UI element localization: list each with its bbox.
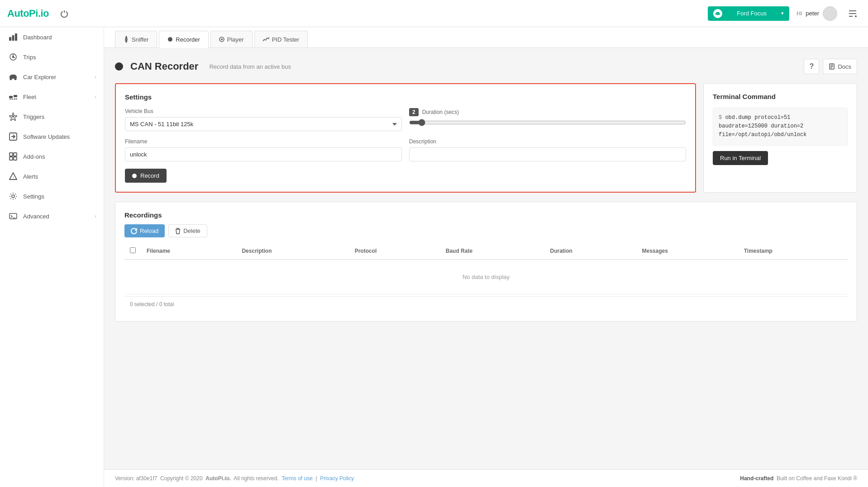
chevron-right-icon: › [95,74,96,80]
sidebar-item-trips[interactable]: Trips [0,47,104,67]
tab-player-label: Player [227,36,244,43]
reload-button[interactable]: Reload [124,224,165,237]
docs-label: Docs [838,63,851,70]
footer: Version: af30e1f7 Copyright © 2020 AutoP… [104,469,868,487]
empty-row: No data to display [124,260,848,294]
sidebar: Dashboard Trips Car Explorer › [0,27,104,487]
description-label: Description [409,138,686,145]
svg-rect-23 [14,157,17,160]
tab-sniffer-label: Sniffer [132,36,148,43]
username: peter [806,10,819,17]
sidebar-item-triggers[interactable]: Triggers [0,107,104,127]
svg-rect-5 [12,35,14,41]
sidebar-item-label: Alerts [23,173,38,180]
sidebar-item-software-updates[interactable]: Software Updates [0,127,104,147]
svg-point-2 [719,14,720,16]
svg-point-16 [14,99,15,100]
footer-privacy[interactable]: Privacy Policy [320,475,354,482]
topbar-left: AutoPi.io [7,5,72,22]
svg-point-3 [855,15,857,17]
terminal-title: Terminal Command [713,93,848,100]
sidebar-item-fleet[interactable]: Fleet › [0,87,104,107]
empty-message: No data to display [124,260,848,294]
svg-point-11 [14,79,17,80]
vehicle-icon [713,9,722,18]
avatar [823,6,837,21]
record-button[interactable]: Record [125,169,167,183]
col-messages: Messages [637,243,739,260]
triggers-icon [9,112,18,121]
vehicle-bus-select[interactable]: MS CAN - 51 11bit 125k HS CAN - 52 11bit… [125,117,402,131]
footer-separator: | [316,475,317,482]
vehicle-name: Ford Focus [737,10,767,17]
help-button[interactable]: ? [804,59,819,74]
select-all-checkbox[interactable] [130,247,136,253]
tabs-bar: Sniffer Recorder Player PID Tester [104,27,868,48]
svg-rect-12 [9,96,13,98]
footer-rights: All rights reserved. [234,475,278,482]
filename-group: Filename [125,138,402,161]
svg-rect-6 [15,33,17,41]
settings-icon [9,192,18,201]
menu-icon[interactable] [844,5,861,22]
table-wrapper: Filename Description Protocol Baud Rate … [124,243,848,294]
duration-group: 2 Duration (secs) [409,108,686,131]
sidebar-item-label: Fleet [23,94,36,100]
svg-text:!: ! [13,176,14,179]
svg-point-14 [10,99,11,100]
content-area: Sniffer Recorder Player PID Tester [104,27,868,487]
svg-point-8 [13,57,14,58]
sidebar-item-label: Car Explorer [23,74,56,80]
sidebar-item-alerts[interactable]: ! Alerts [0,166,104,186]
description-input[interactable] [409,147,686,161]
record-dot-icon [132,174,137,178]
tab-player[interactable]: Player [210,31,253,47]
sidebar-item-label: Software Updates [23,133,70,140]
col-duration: Duration [544,243,636,260]
svg-point-17 [16,99,17,100]
sidebar-item-car-explorer[interactable]: Car Explorer › [0,67,104,87]
settings-panel: Settings Vehicle Bus MS CAN - 51 11bit 1… [115,83,696,193]
dashboard-icon [9,33,18,42]
svg-point-28 [168,37,172,42]
user-area[interactable]: Hi peter [796,6,837,21]
recordings-actions: Reload Delete [124,224,848,237]
sidebar-item-label: Advanced [23,213,49,220]
page-body: CAN Recorder Record data from an active … [104,48,868,332]
svg-point-1 [716,14,717,16]
tab-sniffer[interactable]: Sniffer [115,31,157,47]
filename-input[interactable] [125,147,402,161]
sidebar-item-dashboard[interactable]: Dashboard [0,27,104,47]
footer-terms[interactable]: Terms of use [281,475,313,482]
logo: AutoPi.io [7,8,49,19]
status-dot [115,62,123,71]
sidebar-item-settings[interactable]: Settings [0,186,104,206]
svg-point-18 [12,116,14,118]
run-terminal-button[interactable]: Run in Terminal [713,151,768,165]
terminal-line1: obd.dump protocol=51 baudrate=125000 dur… [719,114,803,129]
terminal-line2: file=/opt/autopi/obd/unlock [719,132,806,138]
footer-right: Hand-crafted Built on Coffee and Faxe Ko… [740,475,857,482]
col-timestamp: Timestamp [739,243,848,260]
selection-count: 0 selected / 0 total [130,301,174,307]
sidebar-item-add-ons[interactable]: Add-ons [0,147,104,166]
docs-button[interactable]: Docs [823,59,857,74]
power-icon[interactable] [56,5,72,22]
sidebar-item-advanced[interactable]: Advanced › [0,206,104,226]
vehicle-selector[interactable]: Ford Focus ▾ [708,6,789,21]
tab-pid-tester-label: PID Tester [272,36,299,43]
col-baud-rate: Baud Rate [440,243,545,260]
fleet-icon [9,92,18,101]
tab-pid-tester[interactable]: PID Tester [254,31,308,47]
terminal-panel: Terminal Command $ obd.dump protocol=51 … [703,83,857,193]
svg-point-15 [12,99,13,100]
tab-recorder[interactable]: Recorder [159,31,208,48]
vehicle-bus-group: Vehicle Bus MS CAN - 51 11bit 125k HS CA… [125,108,402,131]
svg-rect-9 [10,76,17,79]
duration-slider[interactable] [409,119,686,126]
record-btn-label: Record [140,172,159,179]
recordings-header: Recordings [124,211,848,219]
addons-icon [9,152,18,161]
delete-button[interactable]: Delete [168,224,207,237]
main-layout: Dashboard Trips Car Explorer › [0,27,868,487]
